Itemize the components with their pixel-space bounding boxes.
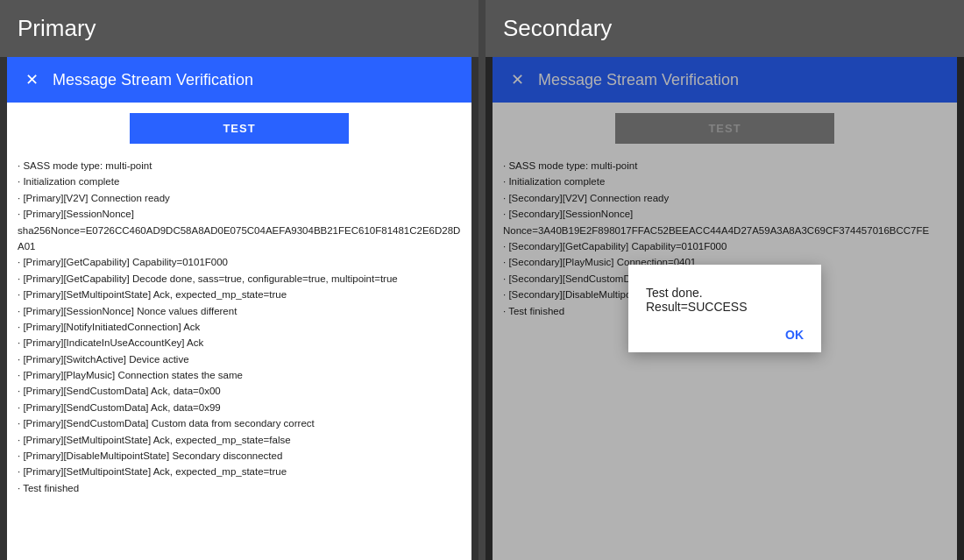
center-divider (478, 0, 486, 560)
left-panel: Primary ✕ Message Stream Verification TE… (0, 0, 478, 560)
ok-button-container: OK (646, 328, 804, 342)
left-test-button[interactable]: TEST (130, 113, 349, 144)
success-message: Test done. Result=SUCCESS (646, 286, 804, 314)
left-dialog-body: TEST · SASS mode type: multi-point · Ini… (7, 103, 471, 560)
success-overlay: Test done. Result=SUCCESS OK (486, 57, 964, 560)
success-dialog: Test done. Result=SUCCESS OK (628, 265, 821, 352)
secondary-label: Secondary (486, 0, 964, 57)
left-dialog-title: Message Stream Verification (53, 71, 253, 89)
ok-button[interactable]: OK (785, 328, 804, 342)
left-dialog-header: ✕ Message Stream Verification (7, 57, 471, 103)
right-panel: Secondary ✕ Message Stream Verification … (486, 0, 964, 560)
primary-label: Primary (0, 0, 478, 57)
left-close-button[interactable]: ✕ (21, 69, 42, 90)
left-log-text: · SASS mode type: multi-point · Initiali… (18, 158, 461, 496)
left-dialog: ✕ Message Stream Verification TEST · SAS… (7, 57, 471, 560)
